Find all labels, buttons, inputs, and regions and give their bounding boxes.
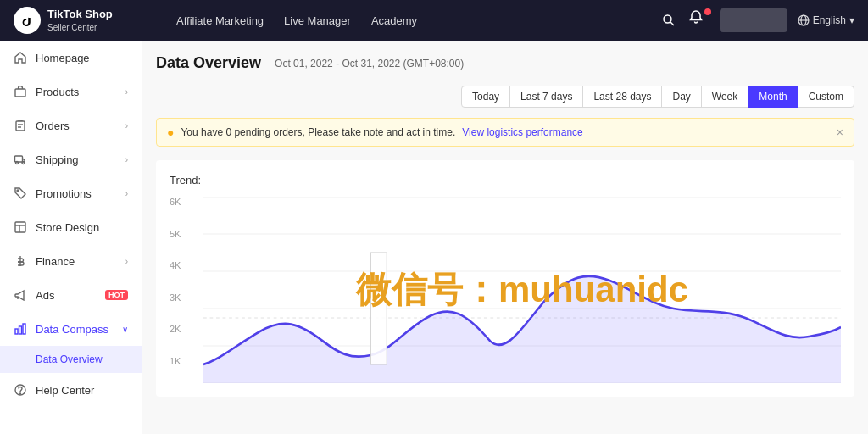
chart-icon <box>14 322 27 336</box>
btn-day[interactable]: Day <box>661 86 701 108</box>
search-icon[interactable] <box>659 10 679 31</box>
sidebar-label-data-compass: Data Compass <box>36 323 114 336</box>
help-icon <box>14 383 27 397</box>
page-title: Data Overview <box>156 54 261 72</box>
btn-last7[interactable]: Last 7 days <box>509 86 583 108</box>
svg-line-2 <box>670 22 674 25</box>
layout-icon <box>14 220 27 234</box>
sidebar-item-help-center[interactable]: Help Center <box>0 373 142 407</box>
sidebar-item-finance[interactable]: Finance › <box>0 244 142 278</box>
chart-y-axis: 6K 5K 4K 3K 2K 1K <box>170 197 203 366</box>
user-avatar[interactable] <box>720 8 787 32</box>
sidebar-item-homepage[interactable]: Homepage <box>0 41 142 75</box>
alert-warning-icon: ● <box>167 125 174 139</box>
top-nav: TikTok Shop Seller Center Affiliate Mark… <box>0 0 868 41</box>
chevron-orders: › <box>125 121 128 131</box>
chevron-shipping: › <box>125 155 128 164</box>
sidebar-item-store-design[interactable]: Store Design <box>0 210 142 244</box>
btn-today[interactable]: Today <box>461 86 510 108</box>
nav-academy[interactable]: Academy <box>371 11 417 31</box>
alert-banner: ● You have 0 pending orders, Please take… <box>156 118 854 147</box>
chevron-data-compass: ∨ <box>122 325 128 334</box>
sidebar-label-homepage: Homepage <box>36 52 128 64</box>
y-label-5k: 5K <box>170 229 203 239</box>
svg-rect-18 <box>15 329 18 334</box>
trend-section: Trend: 6K 5K 4K 3K 2K 1K <box>156 160 854 397</box>
sidebar-label-promotions: Promotions <box>36 187 117 200</box>
overview-header: Data Overview Oct 01, 2022 - Oct 31, 202… <box>156 54 854 108</box>
language-label: English <box>813 14 846 26</box>
sidebar-label-orders: Orders <box>36 120 117 132</box>
tiktok-logo-icon <box>14 7 41 34</box>
box-icon <box>14 85 27 98</box>
main-layout: Homepage Products › Orders <box>0 41 868 434</box>
notification-badge <box>704 8 711 15</box>
logo-text: TikTok Shop Seller Center <box>47 8 113 33</box>
home-icon <box>14 51 27 64</box>
chevron-products: › <box>125 87 128 97</box>
hot-badge: HOT <box>105 290 128 300</box>
y-label-2k: 2K <box>170 324 203 334</box>
sidebar-sub-label-data-overview: Data Overview <box>36 353 103 365</box>
btn-month[interactable]: Month <box>748 86 798 108</box>
sidebar: Homepage Products › Orders <box>0 41 142 434</box>
svg-point-22 <box>20 393 21 394</box>
main-content: Data Overview Oct 01, 2022 - Oct 31, 202… <box>142 41 868 434</box>
sidebar-item-data-compass[interactable]: Data Compass ∨ <box>0 312 142 346</box>
sidebar-item-promotions[interactable]: Promotions › <box>0 176 142 210</box>
tag-icon <box>14 186 27 200</box>
alert-link[interactable]: View logistics performance <box>462 126 583 138</box>
y-label-3k: 3K <box>170 292 203 303</box>
chevron-down-icon: ▾ <box>849 14 854 26</box>
chart-container: 6K 5K 4K 3K 2K 1K <box>170 197 841 383</box>
svg-rect-30 <box>370 253 387 364</box>
btn-last28[interactable]: Last 28 days <box>582 86 662 108</box>
sidebar-label-products: Products <box>36 86 117 98</box>
logo-area: TikTok Shop Seller Center <box>14 7 149 34</box>
nav-live-manager[interactable]: Live Manager <box>284 11 351 31</box>
svg-point-11 <box>16 162 19 164</box>
nav-right: English ▾ <box>659 8 854 32</box>
svg-rect-20 <box>23 324 25 334</box>
sidebar-sub-data-overview[interactable]: Data Overview <box>0 346 142 373</box>
nav-links: Affiliate Marketing Live Manager Academy <box>176 11 632 31</box>
sidebar-item-ads[interactable]: Ads HOT <box>0 278 142 312</box>
svg-point-1 <box>664 15 671 23</box>
truck-icon <box>14 153 27 166</box>
sidebar-label-shipping: Shipping <box>36 153 117 166</box>
bell-icon[interactable] <box>689 10 709 31</box>
svg-rect-7 <box>16 121 25 131</box>
time-period-buttons: Today Last 7 days Last 28 days Day Week … <box>462 86 854 108</box>
date-range: Oct 01, 2022 - Oct 31, 2022 (GMT+08:00) <box>275 58 464 70</box>
svg-point-12 <box>22 162 25 164</box>
svg-rect-6 <box>15 89 25 97</box>
alert-message: You have 0 pending orders, Please take n… <box>181 126 455 138</box>
alert-close-button[interactable]: × <box>837 125 843 139</box>
dollar-icon <box>14 254 27 268</box>
sidebar-item-products[interactable]: Products › <box>0 75 142 108</box>
chart-area: 微信号：muhuanidc <box>203 197 841 383</box>
chevron-finance: › <box>125 257 128 266</box>
btn-week[interactable]: Week <box>701 86 748 108</box>
svg-rect-10 <box>15 156 23 162</box>
language-selector[interactable]: English ▾ <box>798 14 854 26</box>
svg-rect-19 <box>19 326 22 334</box>
logo-sub: Seller Center <box>47 22 113 33</box>
sidebar-item-orders[interactable]: Orders › <box>0 108 142 142</box>
nav-affiliate-marketing[interactable]: Affiliate Marketing <box>176 11 264 31</box>
y-label-1k: 1K <box>170 356 203 366</box>
y-label-4k: 4K <box>170 260 203 270</box>
trend-title: Trend: <box>170 174 841 186</box>
sidebar-label-finance: Finance <box>36 255 117 268</box>
logo-main: TikTok Shop <box>47 8 113 22</box>
svg-point-13 <box>17 190 19 192</box>
svg-rect-14 <box>15 222 25 232</box>
sidebar-label-help-center: Help Center <box>36 384 128 397</box>
clipboard-icon <box>14 119 27 132</box>
sidebar-label-store-design: Store Design <box>36 221 128 234</box>
megaphone-icon <box>14 288 27 302</box>
chevron-promotions: › <box>125 189 128 198</box>
btn-custom[interactable]: Custom <box>798 86 854 108</box>
sidebar-item-shipping[interactable]: Shipping › <box>0 142 142 176</box>
sidebar-label-ads: Ads <box>36 289 93 302</box>
